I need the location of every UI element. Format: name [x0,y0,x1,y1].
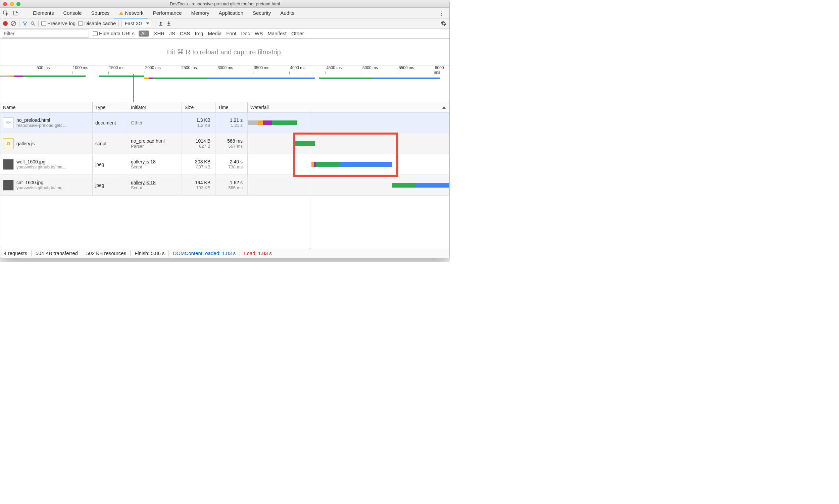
clear-button[interactable] [11,20,16,26]
waterfall-segment [295,141,315,146]
filter-cat-manifest[interactable]: Manifest [267,31,287,36]
waterfall-segment [392,183,416,187]
filter-cat-media[interactable]: Media [208,31,222,36]
filter-bar: Hide data URLs AllXHRJSCSSImgMediaFontDo… [0,29,449,39]
status-load: Load: 1.83 s [244,250,272,256]
network-toolbar: Preserve log Disable cache Fast 3G [0,18,449,29]
header-time[interactable]: Time [215,102,248,112]
waterfall-segment [248,121,258,125]
request-initiator[interactable]: no_preload.html [131,138,164,144]
upload-har-icon[interactable] [158,21,163,26]
filter-cat-font[interactable]: Font [226,31,236,36]
filter-cat-img[interactable]: Img [195,31,203,36]
header-size[interactable]: Size [182,102,215,112]
filter-cat-other[interactable]: Other [291,31,304,36]
inspect-element-icon[interactable] [2,9,10,17]
tab-security[interactable]: Security [248,8,275,18]
overview-segment [373,77,441,79]
script-icon: JS [3,138,14,149]
tab-audits[interactable]: Audits [275,8,299,18]
search-icon[interactable] [30,21,36,26]
filter-toggle-icon[interactable] [22,21,28,26]
request-domain: yoavweiss.github.io/ima… [16,164,90,169]
toggle-device-icon[interactable] [12,9,20,17]
tab-memory[interactable]: Memory [186,8,214,18]
filter-cat-all[interactable]: All [139,31,149,37]
tick-label: 5000 ms [362,66,378,70]
overview-segment [0,75,10,77]
overview-segment [319,77,373,79]
tick-label: 1000 ms [73,66,88,70]
download-har-icon[interactable] [166,21,172,26]
hide-data-urls-checkbox[interactable]: Hide data URLs [93,31,135,36]
overview-segment [99,75,144,77]
throttling-dropdown[interactable]: Fast 3G [122,20,152,27]
request-row[interactable]: wolf_1600.jpgyoavweiss.github.io/ima…jpe… [0,154,449,175]
load-event-line [311,112,311,248]
waterfall-segment [316,162,340,167]
tick-label: 1500 ms [109,66,125,70]
tick-label: 6000 ms [435,66,449,75]
filter-cat-doc[interactable]: Doc [241,31,250,36]
header-waterfall[interactable]: Waterfall [248,102,449,112]
preserve-log-checkbox[interactable]: Preserve log [41,20,75,26]
tab-network[interactable]: Network [114,8,148,18]
request-name: gallery.js [16,141,90,146]
settings-gear-icon[interactable] [441,20,447,26]
request-row[interactable]: <>no_preload.htmlresponsive-preload.glit… [0,112,449,133]
header-name[interactable]: Name [0,102,93,112]
filter-input[interactable] [2,30,89,38]
waterfall-cell[interactable] [248,175,449,195]
request-time: 2.40 s738 ms [215,154,248,175]
tick-label: 2000 ms [145,66,161,70]
header-initiator[interactable]: Initiator [128,102,182,112]
request-domain: yoavweiss.github.io/ima… [16,185,90,190]
devtools-window: DevTools - responsive-preload.glitch.me/… [0,0,450,258]
requests-grid: Name Type Initiator Size Time Waterfall … [0,102,449,248]
filter-cat-xhr[interactable]: XHR [154,31,164,36]
waterfall-cell[interactable] [248,112,449,133]
request-time: 1.62 s566 ms [215,175,248,195]
tab-sources[interactable]: Sources [87,8,114,18]
tab-application[interactable]: Application [214,8,248,18]
request-initiator[interactable]: gallery.js:18 [131,180,156,185]
warning-icon [119,12,123,15]
overview-segment [207,77,315,79]
request-row[interactable]: JSgallery.jsscriptno_preload.htmlParser1… [0,133,449,154]
tick-label: 5500 ms [399,66,414,70]
tab-console[interactable]: Console [59,8,87,18]
overview-segment [23,75,86,77]
filter-cat-js[interactable]: JS [169,31,175,36]
request-name: wolf_1600.jpg [16,159,90,164]
waterfall-cell[interactable] [248,154,449,175]
header-type[interactable]: Type [93,102,128,112]
request-name: cat_1600.jpg [16,180,90,185]
image-icon [3,159,14,170]
waterfall-cell[interactable] [248,133,449,154]
svg-line-4 [12,22,15,25]
request-size: 1.3 KB1.2 KB [182,112,215,133]
tick-label: 2500 ms [182,66,197,70]
separator [24,10,24,16]
timeline-overview[interactable]: 500 ms1000 ms1500 ms2000 ms2500 ms3000 m… [0,66,449,102]
svg-rect-8 [167,25,170,25]
disable-cache-checkbox[interactable]: Disable cache [78,20,116,26]
chevron-down-icon [146,22,149,24]
filter-cat-css[interactable]: CSS [180,31,190,36]
document-icon: <> [3,118,14,128]
filmstrip-hint: Hit ⌘ R to reload and capture filmstrip. [0,39,449,66]
status-finish: Finish: 5.86 s [135,250,164,256]
waterfall-segment [340,162,392,167]
tab-performance[interactable]: Performance [148,8,186,18]
request-time: 1.21 s1.21 s [215,112,248,133]
record-button[interactable] [3,21,8,26]
tab-elements[interactable]: Elements [28,8,59,18]
request-row[interactable]: cat_1600.jpgyoavweiss.github.io/ima…jpeg… [0,175,449,196]
filter-cat-ws[interactable]: WS [255,31,263,36]
request-time: 568 ms567 ms [215,133,248,154]
request-initiator: Other [131,120,143,126]
panel-tabs-bar: ElementsConsoleSourcesNetworkPerformance… [0,8,449,18]
overview-segment [149,77,153,79]
request-initiator[interactable]: gallery.js:18 [131,159,156,164]
more-options-icon[interactable]: ⋮ [435,10,448,17]
